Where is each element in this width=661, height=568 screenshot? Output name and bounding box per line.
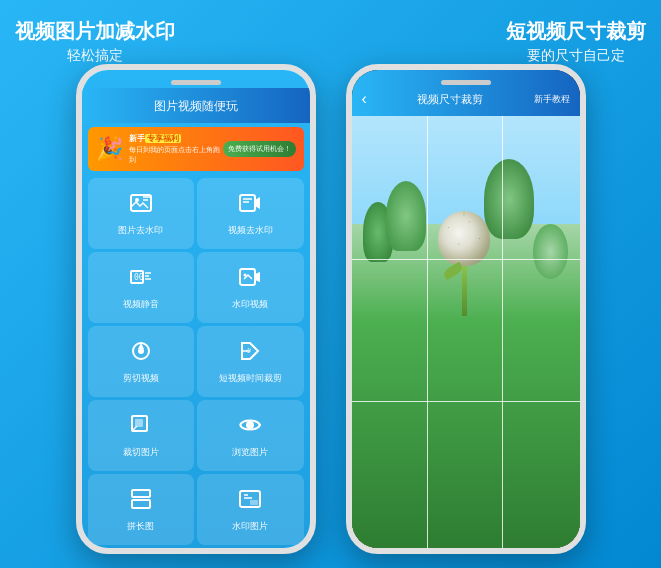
stitch-image-icon	[129, 487, 153, 516]
menu-label-add-watermark: 水印视频	[232, 298, 268, 311]
phones-wrapper: 图片视频随便玩 🎉 新手专享福利 每日到我的页面点击右上角跑到 免费获得试用机会…	[76, 64, 586, 554]
svg-rect-20	[135, 419, 143, 427]
right-heading: 短视频尺寸裁剪 要的尺寸自己定	[506, 18, 646, 64]
menu-item-watermark-image[interactable]: 水印图片	[197, 474, 304, 545]
crop-line-v2	[502, 116, 503, 548]
menu-item-mute-video[interactable]: 00 视频静音	[88, 252, 195, 323]
menu-item-watermark-video[interactable]: 视频去水印	[197, 178, 304, 249]
menu-item-browse-image[interactable]: 浏览图片	[197, 400, 304, 471]
svg-rect-23	[132, 500, 150, 508]
svg-text:00: 00	[134, 273, 144, 282]
banner-line2: 每日到我的页面点击右上角跑到	[129, 145, 223, 165]
menu-label-cut-video: 剪切视频	[123, 372, 159, 385]
crop-image-icon	[129, 413, 153, 442]
trim-video-icon: ⏱	[238, 339, 262, 368]
left-heading: 视频图片加减水印 轻松搞定	[15, 18, 175, 64]
left-main-title: 视频图片加减水印	[15, 18, 175, 44]
banner-highlight: 专享福利	[145, 134, 181, 143]
right-phone-screen: ‹ 视频尺寸裁剪 新手教程	[352, 70, 580, 548]
mute-video-icon: 00	[129, 265, 153, 294]
crop-line-h2	[352, 401, 580, 402]
menu-label-trim-video: 短视频时间裁剪	[219, 372, 282, 385]
left-phone-screen: 图片视频随便玩 🎉 新手专享福利 每日到我的页面点击右上角跑到 免费获得试用机会…	[82, 70, 310, 548]
left-phone-header: 图片视频随便玩	[82, 88, 310, 123]
menu-item-cut-video[interactable]: 剪切视频	[88, 326, 195, 397]
crop-overlay	[352, 116, 580, 548]
video-content	[352, 116, 580, 548]
crop-line-v1	[427, 116, 428, 548]
menu-item-stitch-image[interactable]: 拼长图	[88, 474, 195, 545]
crop-line-h1	[352, 259, 580, 260]
watermark-video-icon	[238, 191, 262, 220]
menu-item-crop-image[interactable]: 裁切图片	[88, 400, 195, 471]
cut-video-icon	[129, 339, 153, 368]
banner-line1: 新手专享福利	[129, 133, 223, 144]
menu-grid: 图片去水印 视频去水印 00 视频静音	[82, 175, 310, 548]
left-sub-title: 轻松搞定	[15, 46, 175, 64]
main-container: 视频图片加减水印 轻松搞定 短视频尺寸裁剪 要的尺寸自己定 图片视频随便玩 🎉 …	[0, 0, 661, 568]
menu-label-stitch-image: 拼长图	[127, 520, 154, 533]
watermark-photo-icon	[129, 191, 153, 220]
svg-point-13	[244, 273, 247, 276]
svg-rect-12	[240, 269, 255, 285]
menu-item-add-watermark[interactable]: 水印视频	[197, 252, 304, 323]
right-sub-title: 要的尺寸自己定	[506, 46, 646, 64]
browse-image-icon	[238, 413, 262, 442]
svg-rect-4	[240, 195, 255, 211]
right-phone: ‹ 视频尺寸裁剪 新手教程	[346, 64, 586, 554]
background-scene	[352, 116, 580, 548]
promo-banner[interactable]: 🎉 新手专享福利 每日到我的页面点击右上角跑到 免费获得试用机会！	[88, 127, 304, 171]
help-button[interactable]: 新手教程	[534, 93, 570, 106]
svg-rect-22	[132, 490, 150, 497]
banner-icon: 🎉	[96, 136, 123, 162]
left-phone-header-text: 图片视频随便玩	[154, 99, 238, 113]
video-title: 视频尺寸裁剪	[367, 92, 534, 107]
left-phone: 图片视频随便玩 🎉 新手专享福利 每日到我的页面点击右上角跑到 免费获得试用机会…	[76, 64, 316, 554]
svg-rect-27	[250, 500, 258, 505]
menu-label-watermark-video: 视频去水印	[228, 224, 273, 237]
right-main-title: 短视频尺寸裁剪	[506, 18, 646, 44]
banner-button[interactable]: 免费获得试用机会！	[223, 141, 296, 157]
video-header: ‹ 视频尺寸裁剪 新手教程	[352, 70, 580, 116]
menu-label-watermark-image: 水印图片	[232, 520, 268, 533]
svg-point-21	[246, 421, 254, 429]
svg-text:⏱: ⏱	[246, 348, 252, 354]
menu-label-mute-video: 视频静音	[123, 298, 159, 311]
menu-item-trim-video[interactable]: ⏱ 短视频时间裁剪	[197, 326, 304, 397]
menu-label-browse-image: 浏览图片	[232, 446, 268, 459]
menu-label-crop-image: 裁切图片	[123, 446, 159, 459]
watermark-image-icon	[238, 487, 262, 516]
add-watermark-icon	[238, 265, 262, 294]
banner-text: 新手专享福利 每日到我的页面点击右上角跑到	[129, 133, 223, 165]
menu-item-watermark-photo[interactable]: 图片去水印	[88, 178, 195, 249]
menu-label-watermark-photo: 图片去水印	[118, 224, 163, 237]
svg-point-1	[135, 198, 139, 202]
